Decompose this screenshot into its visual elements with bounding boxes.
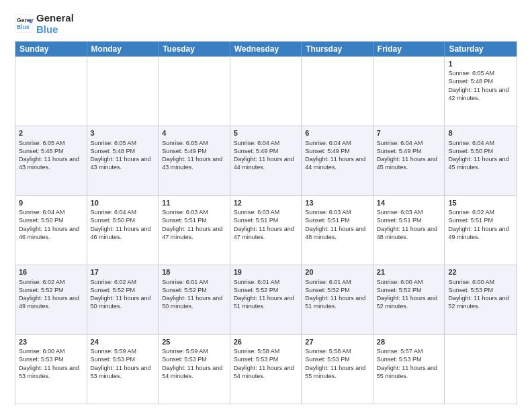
day-number: 14: [377, 198, 441, 208]
calendar-row-0: 1Sunrise: 6:05 AM Sunset: 5:48 PM Daylig…: [15, 56, 517, 126]
calendar-cell-r2-c1: 10Sunrise: 6:04 AM Sunset: 5:50 PM Dayli…: [87, 196, 159, 265]
day-number: 24: [91, 337, 155, 347]
calendar: Sunday Monday Tuesday Wednesday Thursday…: [15, 41, 517, 405]
day-number: 25: [162, 337, 226, 347]
calendar-cell-r1-c0: 2Sunrise: 6:05 AM Sunset: 5:48 PM Daylig…: [15, 126, 87, 195]
day-number: 16: [19, 267, 83, 277]
calendar-header: Sunday Monday Tuesday Wednesday Thursday…: [15, 42, 517, 56]
calendar-cell-r2-c5: 14Sunrise: 6:03 AM Sunset: 5:51 PM Dayli…: [373, 196, 445, 265]
calendar-cell-r1-c2: 4Sunrise: 6:05 AM Sunset: 5:49 PM Daylig…: [159, 126, 230, 195]
calendar-cell-r4-c4: 27Sunrise: 5:58 AM Sunset: 5:53 PM Dayli…: [302, 335, 373, 404]
cell-daylight-info: Sunrise: 5:59 AM Sunset: 5:53 PM Dayligh…: [91, 347, 155, 380]
day-number: 11: [162, 198, 226, 208]
calendar-cell-r3-c6: 22Sunrise: 6:00 AM Sunset: 5:53 PM Dayli…: [445, 265, 517, 334]
calendar-cell-r2-c4: 13Sunrise: 6:03 AM Sunset: 5:51 PM Dayli…: [302, 196, 373, 265]
cell-daylight-info: Sunrise: 6:05 AM Sunset: 5:48 PM Dayligh…: [91, 139, 155, 172]
calendar-cell-r3-c1: 17Sunrise: 6:02 AM Sunset: 5:52 PM Dayli…: [87, 265, 159, 334]
cell-daylight-info: Sunrise: 6:05 AM Sunset: 5:48 PM Dayligh…: [448, 69, 513, 102]
day-number: 4: [162, 128, 226, 138]
cell-daylight-info: Sunrise: 5:57 AM Sunset: 5:53 PM Dayligh…: [377, 347, 441, 380]
page: General Blue General Blue Sunday Monday …: [0, 0, 532, 411]
weekday-friday: Friday: [373, 42, 445, 56]
calendar-cell-r4-c2: 25Sunrise: 5:59 AM Sunset: 5:53 PM Dayli…: [159, 335, 230, 404]
day-number: 2: [19, 128, 83, 138]
calendar-cell-r1-c4: 6Sunrise: 6:04 AM Sunset: 5:49 PM Daylig…: [302, 126, 373, 195]
calendar-cell-r4-c3: 26Sunrise: 5:58 AM Sunset: 5:53 PM Dayli…: [230, 335, 302, 404]
day-number: 20: [305, 267, 369, 277]
cell-daylight-info: Sunrise: 6:00 AM Sunset: 5:53 PM Dayligh…: [19, 347, 83, 380]
day-number: 17: [91, 267, 155, 277]
calendar-cell-r1-c3: 5Sunrise: 6:04 AM Sunset: 5:49 PM Daylig…: [230, 126, 302, 195]
cell-daylight-info: Sunrise: 6:04 AM Sunset: 5:49 PM Dayligh…: [377, 139, 441, 172]
calendar-cell-r3-c0: 16Sunrise: 6:02 AM Sunset: 5:52 PM Dayli…: [15, 265, 87, 334]
calendar-cell-r1-c5: 7Sunrise: 6:04 AM Sunset: 5:49 PM Daylig…: [373, 126, 445, 195]
day-number: 15: [448, 198, 513, 208]
calendar-cell-r3-c2: 18Sunrise: 6:01 AM Sunset: 5:52 PM Dayli…: [159, 265, 230, 334]
calendar-cell-r0-c5: [373, 57, 445, 126]
calendar-row-2: 9Sunrise: 6:04 AM Sunset: 5:50 PM Daylig…: [15, 195, 517, 265]
cell-daylight-info: Sunrise: 5:58 AM Sunset: 5:53 PM Dayligh…: [234, 347, 298, 380]
cell-daylight-info: Sunrise: 6:01 AM Sunset: 5:52 PM Dayligh…: [234, 278, 298, 311]
weekday-saturday: Saturday: [445, 42, 517, 56]
logo-icon: General Blue: [15, 14, 34, 33]
calendar-cell-r4-c6: [445, 335, 517, 404]
cell-daylight-info: Sunrise: 6:00 AM Sunset: 5:53 PM Dayligh…: [448, 278, 513, 311]
day-number: 12: [234, 198, 298, 208]
calendar-body: 1Sunrise: 6:05 AM Sunset: 5:48 PM Daylig…: [15, 56, 517, 404]
cell-daylight-info: Sunrise: 6:04 AM Sunset: 5:49 PM Dayligh…: [305, 139, 369, 172]
calendar-cell-r2-c2: 11Sunrise: 6:03 AM Sunset: 5:51 PM Dayli…: [159, 196, 230, 265]
calendar-cell-r0-c4: [302, 57, 373, 126]
weekday-monday: Monday: [87, 42, 159, 56]
cell-daylight-info: Sunrise: 6:05 AM Sunset: 5:49 PM Dayligh…: [162, 139, 226, 172]
calendar-cell-r0-c1: [87, 57, 159, 126]
day-number: 18: [162, 267, 226, 277]
cell-daylight-info: Sunrise: 6:03 AM Sunset: 5:51 PM Dayligh…: [377, 208, 441, 241]
svg-text:Blue: Blue: [17, 24, 30, 30]
day-number: 5: [234, 128, 298, 138]
cell-daylight-info: Sunrise: 6:02 AM Sunset: 5:52 PM Dayligh…: [19, 278, 83, 311]
weekday-sunday: Sunday: [15, 42, 87, 56]
cell-daylight-info: Sunrise: 6:03 AM Sunset: 5:51 PM Dayligh…: [162, 208, 226, 241]
cell-daylight-info: Sunrise: 6:05 AM Sunset: 5:48 PM Dayligh…: [19, 139, 83, 172]
logo: General Blue General Blue: [15, 12, 74, 36]
calendar-cell-r3-c4: 20Sunrise: 6:01 AM Sunset: 5:52 PM Dayli…: [302, 265, 373, 334]
calendar-cell-r0-c6: 1Sunrise: 6:05 AM Sunset: 5:48 PM Daylig…: [445, 57, 517, 126]
calendar-cell-r2-c0: 9Sunrise: 6:04 AM Sunset: 5:50 PM Daylig…: [15, 196, 87, 265]
calendar-row-1: 2Sunrise: 6:05 AM Sunset: 5:48 PM Daylig…: [15, 126, 517, 195]
calendar-cell-r1-c6: 8Sunrise: 6:04 AM Sunset: 5:50 PM Daylig…: [445, 126, 517, 195]
day-number: 22: [448, 267, 513, 277]
weekday-wednesday: Wednesday: [230, 42, 302, 56]
day-number: 7: [377, 128, 441, 138]
logo-wordmark: General Blue: [36, 12, 74, 36]
cell-daylight-info: Sunrise: 5:59 AM Sunset: 5:53 PM Dayligh…: [162, 347, 226, 380]
cell-daylight-info: Sunrise: 6:02 AM Sunset: 5:52 PM Dayligh…: [91, 278, 155, 311]
day-number: 9: [19, 198, 83, 208]
day-number: 19: [234, 267, 298, 277]
day-number: 23: [19, 337, 83, 347]
day-number: 10: [91, 198, 155, 208]
calendar-cell-r2-c6: 15Sunrise: 6:02 AM Sunset: 5:51 PM Dayli…: [445, 196, 517, 265]
cell-daylight-info: Sunrise: 6:03 AM Sunset: 5:51 PM Dayligh…: [234, 208, 298, 241]
day-number: 1: [448, 59, 513, 69]
calendar-cell-r2-c3: 12Sunrise: 6:03 AM Sunset: 5:51 PM Dayli…: [230, 196, 302, 265]
day-number: 6: [305, 128, 369, 138]
calendar-cell-r3-c3: 19Sunrise: 6:01 AM Sunset: 5:52 PM Dayli…: [230, 265, 302, 334]
day-number: 13: [305, 198, 369, 208]
cell-daylight-info: Sunrise: 6:04 AM Sunset: 5:50 PM Dayligh…: [19, 208, 83, 241]
calendar-cell-r0-c2: [159, 57, 230, 126]
cell-daylight-info: Sunrise: 6:02 AM Sunset: 5:51 PM Dayligh…: [448, 208, 513, 241]
day-number: 3: [91, 128, 155, 138]
day-number: 28: [377, 337, 441, 347]
cell-daylight-info: Sunrise: 6:04 AM Sunset: 5:50 PM Dayligh…: [91, 208, 155, 241]
day-number: 26: [234, 337, 298, 347]
weekday-thursday: Thursday: [302, 42, 373, 56]
cell-daylight-info: Sunrise: 5:58 AM Sunset: 5:53 PM Dayligh…: [305, 347, 369, 380]
cell-daylight-info: Sunrise: 6:04 AM Sunset: 5:49 PM Dayligh…: [234, 139, 298, 172]
calendar-row-3: 16Sunrise: 6:02 AM Sunset: 5:52 PM Dayli…: [15, 265, 517, 334]
cell-daylight-info: Sunrise: 6:03 AM Sunset: 5:51 PM Dayligh…: [305, 208, 369, 241]
calendar-cell-r4-c0: 23Sunrise: 6:00 AM Sunset: 5:53 PM Dayli…: [15, 335, 87, 404]
calendar-cell-r3-c5: 21Sunrise: 6:00 AM Sunset: 5:52 PM Dayli…: [373, 265, 445, 334]
calendar-cell-r4-c5: 28Sunrise: 5:57 AM Sunset: 5:53 PM Dayli…: [373, 335, 445, 404]
cell-daylight-info: Sunrise: 6:01 AM Sunset: 5:52 PM Dayligh…: [305, 278, 369, 311]
cell-daylight-info: Sunrise: 6:01 AM Sunset: 5:52 PM Dayligh…: [162, 278, 226, 311]
